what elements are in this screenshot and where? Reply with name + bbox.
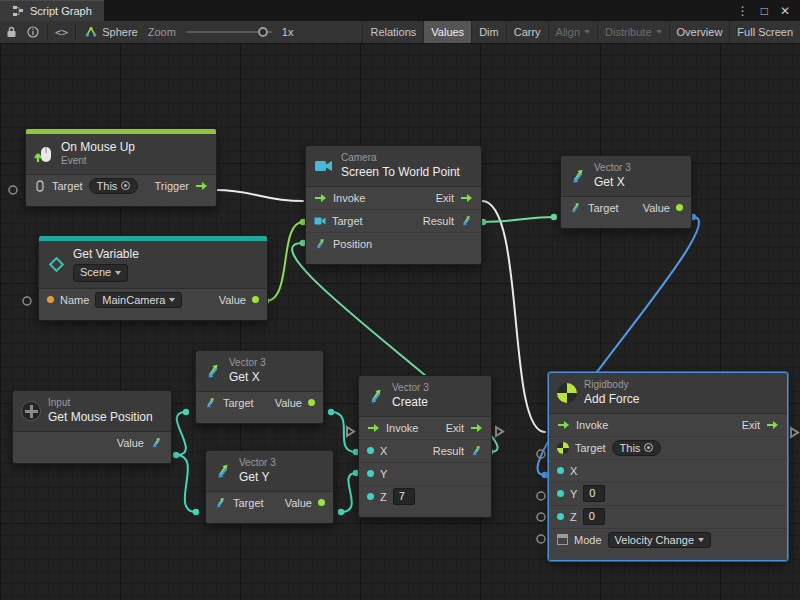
wire-trigger-to-invoke[interactable] xyxy=(215,190,303,201)
flow-arrow-icon[interactable] xyxy=(557,420,570,430)
port-dot[interactable] xyxy=(328,409,334,415)
graph-toolbar: <> Sphere Zoom 1x Relations Values Dim C… xyxy=(0,21,800,44)
close-icon[interactable]: ✕ xyxy=(780,4,790,18)
port-label-mode: Mode xyxy=(574,534,602,546)
flow-arrow-icon[interactable] xyxy=(195,181,208,191)
port-dot[interactable] xyxy=(173,452,179,458)
idle-flow-port[interactable] xyxy=(496,427,503,436)
z-port[interactable] xyxy=(557,513,564,520)
this-target-picker[interactable]: This xyxy=(612,440,662,456)
code-view-icon[interactable]: <> xyxy=(51,26,72,39)
z-port[interactable] xyxy=(367,493,374,500)
graph-canvas[interactable]: On Mouse Up Event Target This Trigger xyxy=(0,43,800,600)
variable-scope-dropdown[interactable]: Scene xyxy=(73,264,128,282)
port-label-z: Z xyxy=(380,491,387,503)
node-title: Screen To World Point xyxy=(341,165,460,180)
flow-arrow-icon[interactable] xyxy=(766,420,779,430)
zoom-slider[interactable] xyxy=(186,31,272,33)
y-value-field[interactable]: 0 xyxy=(583,485,605,502)
values-button[interactable]: Values xyxy=(423,21,471,43)
idle-port[interactable] xyxy=(23,297,31,305)
value-port[interactable] xyxy=(318,499,325,506)
graph-breadcrumb[interactable]: Sphere xyxy=(79,26,143,38)
port-dot[interactable] xyxy=(338,509,344,515)
zoom-label: Zoom xyxy=(144,26,180,38)
wire-result-to-getx-target[interactable] xyxy=(483,217,554,222)
idle-flow-port[interactable] xyxy=(791,428,798,437)
flow-arrow-icon[interactable] xyxy=(314,193,327,203)
tab-script-graph[interactable]: Script Graph xyxy=(0,0,104,21)
vector3-icon[interactable] xyxy=(204,396,217,409)
vector3-icon[interactable] xyxy=(150,436,163,449)
flow-arrow-icon[interactable] xyxy=(367,423,380,433)
port-label-target: Target xyxy=(52,180,83,192)
z-value-field[interactable]: 7 xyxy=(393,488,415,505)
x-port[interactable] xyxy=(367,447,374,454)
vector3-icon[interactable] xyxy=(214,496,227,509)
lock-icon[interactable] xyxy=(0,21,22,43)
port-label-result: Result xyxy=(423,215,454,227)
toolbar-buttons: Relations Values Dim Carry Align Distrib… xyxy=(362,21,800,43)
vector3-icon xyxy=(204,362,222,380)
vector3-icon[interactable] xyxy=(470,444,483,457)
port-dot[interactable] xyxy=(183,409,189,415)
node-screen-to-world-point[interactable]: Camera Screen To World Point Invoke Exit xyxy=(305,145,482,265)
node-body: Name MainCamera Value xyxy=(39,288,267,320)
node-title: Get X xyxy=(229,370,266,385)
this-target-picker[interactable]: This xyxy=(89,178,139,194)
node-vector3-get-x-top[interactable]: Vector 3 Get X Target Value xyxy=(560,155,692,229)
info-icon[interactable] xyxy=(22,21,44,43)
port-dot[interactable] xyxy=(551,214,557,220)
align-dropdown-button[interactable]: Align xyxy=(548,21,597,43)
relations-button[interactable]: Relations xyxy=(362,21,423,43)
mouse-up-icon xyxy=(34,144,54,164)
idle-port[interactable] xyxy=(9,186,17,194)
idle-port[interactable] xyxy=(537,492,545,500)
idle-port[interactable] xyxy=(537,535,545,543)
kebab-menu-icon[interactable]: ⋮ xyxy=(737,4,749,18)
name-port[interactable] xyxy=(47,296,54,303)
graph-asset-icon xyxy=(85,26,97,38)
distribute-dropdown-button[interactable]: Distribute xyxy=(597,21,668,43)
full-screen-button[interactable]: Full Screen xyxy=(729,21,800,43)
node-vector3-create[interactable]: Vector 3 Create Invoke Exit xyxy=(358,375,492,518)
idle-port[interactable] xyxy=(537,513,545,521)
port-label-target: Target xyxy=(332,215,363,227)
variable-name-dropdown[interactable]: MainCamera xyxy=(95,292,182,308)
force-mode-dropdown[interactable]: Velocity Change xyxy=(608,532,712,548)
camera-type-icon xyxy=(314,216,326,226)
wire-gety-to-create-y[interactable] xyxy=(341,473,356,512)
dim-button[interactable]: Dim xyxy=(471,21,506,43)
carry-button[interactable]: Carry xyxy=(506,21,548,43)
node-vector3-get-x-mid[interactable]: Vector 3 Get X Target Value xyxy=(195,350,324,424)
node-on-mouse-up[interactable]: On Mouse Up Event Target This Trigger xyxy=(25,128,217,207)
value-port[interactable] xyxy=(308,399,315,406)
port-dot[interactable] xyxy=(193,509,199,515)
wire-mouse-to-getx[interactable] xyxy=(176,412,186,455)
z-value-field[interactable]: 0 xyxy=(583,508,605,525)
value-port[interactable] xyxy=(676,204,683,211)
y-port[interactable] xyxy=(367,470,374,477)
flow-arrow-icon[interactable] xyxy=(460,193,473,203)
maximize-icon[interactable]: □ xyxy=(761,4,768,18)
rigidbody-icon xyxy=(557,383,577,403)
y-port[interactable] xyxy=(557,490,564,497)
vector3-icon[interactable] xyxy=(314,237,327,250)
port-label-trigger: Trigger xyxy=(155,180,189,192)
graph-name: Sphere xyxy=(102,26,137,38)
node-get-mouse-position[interactable]: Input Get Mouse Position Value xyxy=(12,390,172,464)
vector3-icon[interactable] xyxy=(569,201,582,214)
node-add-force[interactable]: Rigidbody Add Force Invoke Exit xyxy=(548,372,788,561)
zoom-slider-handle[interactable] xyxy=(258,27,268,37)
rigidbody-type-icon xyxy=(557,442,569,454)
node-get-variable[interactable]: Get Variable Scene Name MainCamera xyxy=(38,235,268,321)
wire-mouse-to-gety[interactable] xyxy=(176,455,196,512)
value-port[interactable] xyxy=(252,296,259,303)
idle-flow-port[interactable] xyxy=(347,427,354,436)
flow-arrow-icon[interactable] xyxy=(470,423,483,433)
port-label-target: Target xyxy=(588,202,619,214)
node-vector3-get-y[interactable]: Vector 3 Get Y Target Value xyxy=(205,450,334,524)
x-port[interactable] xyxy=(557,467,564,474)
overview-button[interactable]: Overview xyxy=(669,21,730,43)
vector3-icon[interactable] xyxy=(460,214,473,227)
